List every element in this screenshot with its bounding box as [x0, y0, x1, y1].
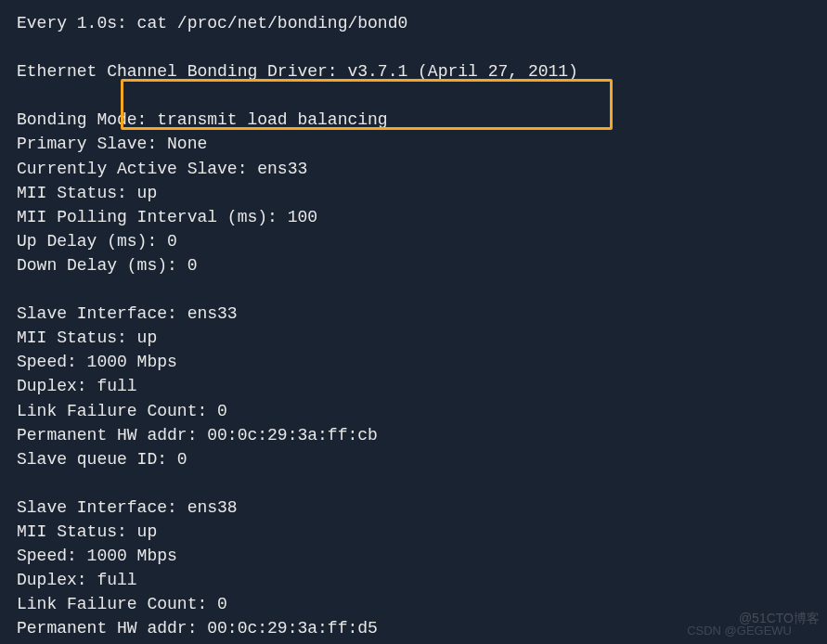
blank-line	[17, 35, 810, 59]
slave1-duplex-line: Duplex: full	[17, 374, 810, 398]
slave2-speed-line: Speed: 1000 Mbps	[17, 544, 810, 568]
active-slave-line: Currently Active Slave: ens33	[17, 157, 810, 181]
watermark-csdn: CSDN @GEGEWU	[687, 623, 792, 640]
watch-command-line: Every 1.0s: cat /proc/net/bonding/bond0	[17, 11, 810, 35]
slave1-mii-status-line: MII Status: up	[17, 326, 810, 350]
slave1-interface-line: Slave Interface: ens33	[17, 302, 810, 326]
slave1-link-failure-line: Link Failure Count: 0	[17, 399, 810, 423]
slave1-hw-addr-line: Permanent HW addr: 00:0c:29:3a:ff:cb	[17, 423, 810, 447]
driver-version-line: Ethernet Channel Bonding Driver: v3.7.1 …	[17, 59, 810, 84]
slave1-speed-line: Speed: 1000 Mbps	[17, 350, 810, 374]
terminal-output: Every 1.0s: cat /proc/net/bonding/bond0 …	[17, 11, 810, 644]
blank-line	[17, 277, 810, 302]
bonding-mode-line: Bonding Mode: transmit load balancing	[17, 108, 810, 132]
blank-line	[17, 471, 810, 496]
mii-status-line: MII Status: up	[17, 181, 810, 205]
up-delay-line: Up Delay (ms): 0	[17, 229, 810, 253]
slave1-queue-id-line: Slave queue ID: 0	[17, 447, 810, 471]
slave2-duplex-line: Duplex: full	[17, 568, 810, 592]
slave2-queue-id-line: Slave queue ID: 0	[17, 640, 810, 644]
slave2-interface-line: Slave Interface: ens38	[17, 496, 810, 520]
mii-polling-line: MII Polling Interval (ms): 100	[17, 205, 810, 229]
slave2-link-failure-line: Link Failure Count: 0	[17, 592, 810, 616]
down-delay-line: Down Delay (ms): 0	[17, 253, 810, 277]
primary-slave-line: Primary Slave: None	[17, 132, 810, 156]
slave2-mii-status-line: MII Status: up	[17, 520, 810, 544]
blank-line	[17, 84, 810, 108]
